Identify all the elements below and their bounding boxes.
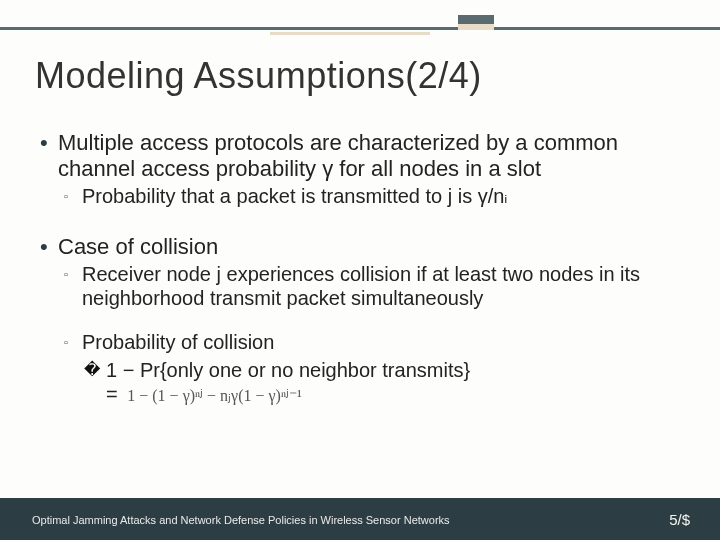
bullet-dot-icon: • [40, 234, 58, 260]
accent-underline [270, 32, 430, 35]
bullet-item: • Case of collision [40, 234, 685, 260]
equals-sign: = [106, 383, 118, 405]
sub-bullet-text: Probability that a packet is transmitted… [82, 184, 508, 208]
bullet-dot-icon: • [40, 130, 58, 182]
sub-sub-bullet-text: 1 − Pr{only one or no neighbor transmits… [106, 358, 470, 382]
bullet-square-icon: ▫ [64, 262, 82, 310]
sub-bullet-text: Receiver node j experiences collision if… [82, 262, 685, 310]
content-body: • Multiple access protocols are characte… [40, 130, 685, 408]
sub-bullet-item: ▫ Receiver node j experiences collision … [64, 262, 685, 310]
footer-title: Optimal Jamming Attacks and Network Defe… [32, 514, 450, 526]
collision-formula: 1 − (1 − γ)ⁿʲ − nⱼγ(1 − γ)ⁿʲ⁻¹ [127, 384, 302, 408]
bullet-box-icon: � [84, 358, 106, 382]
top-border-line [0, 27, 720, 30]
bullet-text: Multiple access protocols are characteri… [58, 130, 685, 182]
bullet-square-icon: ▫ [64, 184, 82, 208]
bullet-text: Case of collision [58, 234, 218, 260]
sub-bullet-item: ▫ Probability that a packet is transmitt… [64, 184, 685, 208]
formula-line: = 1 − (1 − γ)ⁿʲ − nⱼγ(1 − γ)ⁿʲ⁻¹ [106, 382, 685, 408]
sub-bullet-text: Probability of collision [82, 330, 274, 354]
slide-title: Modeling Assumptions(2/4) [35, 55, 482, 97]
bullet-square-icon: ▫ [64, 330, 82, 354]
sub-sub-bullet-item: � 1 − Pr{only one or no neighbor transmi… [84, 358, 685, 382]
sub-bullet-item: ▫ Probability of collision [64, 330, 685, 354]
page-number: 5/$ [669, 511, 690, 528]
bullet-item: • Multiple access protocols are characte… [40, 130, 685, 182]
accent-box [458, 15, 494, 30]
footer-bar: Optimal Jamming Attacks and Network Defe… [0, 498, 720, 540]
